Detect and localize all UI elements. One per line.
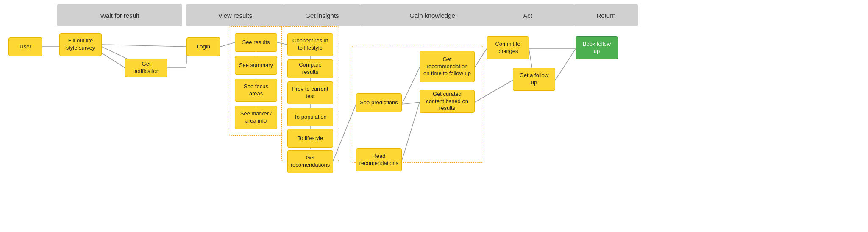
get-curated-node: Get curated content based on results (420, 90, 475, 113)
get-recommendations-node: Get recomendations (287, 150, 333, 173)
see-results-node: See results (235, 33, 277, 52)
stage-view: View results (186, 4, 284, 26)
fill-survey-node: Fill out life style survey (59, 33, 102, 56)
stage-act: Act (481, 4, 574, 26)
to-lifestyle-node: To lifestyle (287, 129, 333, 148)
compare-results-node: Compare results (287, 59, 333, 78)
read-recommendations-node: Read recomendations (356, 148, 402, 171)
commit-changes-node: Commit to changes (487, 36, 529, 59)
stage-return: Return (574, 4, 638, 26)
svg-line-24 (555, 49, 576, 80)
prev-current-node: Prev to current test (287, 81, 333, 104)
get-rec-time-node: Get recommendation on time to follow up (420, 51, 475, 82)
book-follow-up-node: Book follow up (576, 36, 618, 59)
to-population-node: To population (287, 108, 333, 126)
see-summary-node: See summary (235, 56, 277, 75)
get-notification-node: Get notification (125, 59, 167, 77)
user-node: User (8, 37, 42, 56)
login-node: Login (186, 37, 220, 56)
see-predictions-node: See predictions (356, 93, 402, 112)
stage-insights: Get insights (284, 4, 360, 26)
see-marker-node: See marker / area info (235, 106, 277, 129)
svg-line-2 (102, 45, 186, 47)
connect-result-node: Connect result to lifestyle (287, 33, 333, 56)
get-follow-up-node: Get a follow up (513, 68, 555, 91)
svg-line-3 (102, 53, 125, 68)
see-focus-areas-node: See focus areas (235, 79, 277, 102)
stage-wait: Wait for result (57, 4, 182, 26)
